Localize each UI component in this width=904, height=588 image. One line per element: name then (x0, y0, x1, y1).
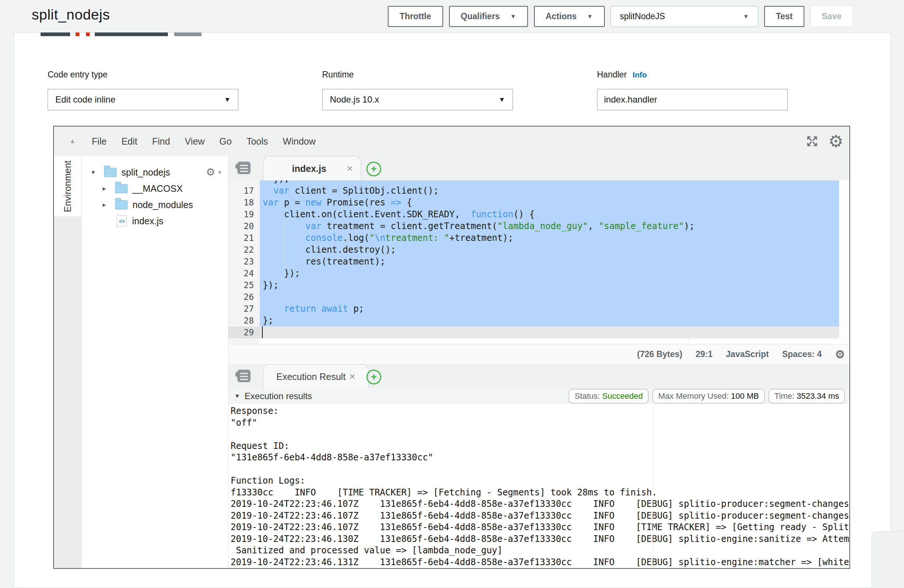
tab-list-icon[interactable] (237, 161, 251, 174)
caret-down-icon: ▼ (498, 96, 505, 104)
code-line-19[interactable]: 19 client.on(client.Event.SDK_READY, fun… (228, 209, 849, 220)
log-line: f13330cc INFO [TIME TRACKER] => [Fetchin… (231, 487, 849, 499)
code-rows: });17 var client = SplitObj.client();18v… (228, 180, 849, 338)
close-tab-icon[interactable]: × (349, 371, 355, 383)
tab-execution-result[interactable]: Execution Result × (263, 364, 368, 389)
header-button-actions[interactable]: Actions▼ (534, 6, 605, 27)
editor-menubar: ▲ FileEditFindViewGoToolsWindow (54, 126, 849, 156)
button-label: splitNodeJS (620, 11, 665, 21)
runtime-select[interactable]: Node.js 10.x ▼ (322, 89, 513, 110)
runtime-label: Runtime (322, 70, 354, 80)
code-line-28[interactable]: 28}; (228, 315, 849, 326)
line-number: 22 (228, 244, 260, 256)
handler-info-link[interactable]: Info (633, 70, 647, 79)
tree-settings-gear-icon[interactable]: ⚙▼ (206, 167, 222, 177)
new-tab-plus-icon[interactable]: + (367, 161, 381, 176)
statusbar-settings-gear-icon[interactable]: ⚙ (835, 349, 845, 360)
menu-file[interactable]: File (92, 136, 107, 147)
tab-label: Execution Result (277, 371, 346, 382)
button-label: Actions (546, 11, 577, 21)
menu-view[interactable]: View (185, 136, 205, 147)
handler-label: Handler (597, 70, 627, 80)
tree-item-node_modules[interactable]: ▸node_modules (82, 197, 228, 213)
log-line: Sanitized and processed value => [lambda… (231, 545, 849, 556)
cursor-position: 29:1 (695, 349, 713, 359)
editor-settings-gear-icon[interactable]: ⚙ (828, 133, 844, 150)
line-number: 27 (228, 303, 260, 315)
header-button-test[interactable]: Test (764, 6, 805, 27)
new-tab-plus-icon[interactable]: + (367, 370, 381, 384)
tree-item-split_nodejs[interactable]: ▾split_nodejs⚙▼ (82, 164, 228, 180)
disclosure-icon: ▸ (103, 201, 114, 209)
fullscreen-expand-icon[interactable] (805, 134, 820, 149)
header-button-qualifiers[interactable]: Qualifiers▼ (449, 6, 528, 27)
execution-log[interactable]: Response:"off" Request ID:"131e865f-6eb4… (228, 404, 849, 568)
handler-label-row: Handler Info (597, 70, 647, 80)
code-line-25[interactable]: 25}); (228, 279, 849, 291)
menubar-icons: ⚙ (805, 126, 844, 156)
editor-statusbar: (726 Bytes)29:1JavaScriptSpaces: 4 ⚙ (228, 344, 849, 364)
menu-window[interactable]: Window (283, 136, 316, 147)
status-badge: Status: Succeeded (569, 389, 649, 403)
code-line-24[interactable]: 24 }); (228, 267, 849, 279)
tab-list-icon[interactable] (237, 370, 251, 382)
line-number: 24 (228, 267, 260, 279)
menu-edit[interactable]: Edit (122, 136, 137, 147)
collapse-results-icon[interactable]: ▼ (234, 393, 240, 400)
print-margin-line (653, 404, 653, 568)
code-line-partial[interactable]: }); (228, 180, 849, 185)
language-mode[interactable]: JavaScript (726, 349, 768, 359)
menu-tools[interactable]: Tools (247, 136, 268, 147)
tab-label: index.js (272, 163, 347, 174)
tree-item-label: node_modules (133, 199, 193, 210)
code-entry-type-select[interactable]: Edit code inline ▼ (47, 89, 239, 110)
environment-tab[interactable]: Environment (54, 156, 82, 217)
header-button-splitnodejs[interactable]: splitNodeJS▼ (611, 6, 758, 27)
menu-go[interactable]: Go (220, 136, 232, 147)
code-entry-type-label: Code entry type (47, 70, 107, 80)
code-line-17[interactable]: 17 var client = SplitObj.client(); (228, 185, 849, 197)
line-number: 25 (228, 279, 260, 291)
button-label: Save (822, 11, 842, 21)
line-number: 29 (228, 326, 260, 338)
indent-guide-line (284, 220, 284, 267)
execution-badges: Status: SucceededMax Memory Used: 100 MB… (569, 389, 845, 403)
execution-results-title: Execution results (245, 391, 312, 401)
code-editor-area[interactable]: });17 var client = SplitObj.client();18v… (228, 180, 849, 344)
disclosure-icon: ▸ (103, 185, 114, 193)
header-button-throttle[interactable]: Throttle (388, 6, 443, 27)
code-line-27[interactable]: 27 return await p; (228, 303, 849, 315)
spaces-setting[interactable]: Spaces: 4 (782, 349, 822, 359)
log-line (231, 428, 849, 441)
code-line-22[interactable]: 22 client.destroy(); (228, 244, 849, 256)
line-number: 17 (228, 185, 260, 197)
menu-find[interactable]: Find (152, 136, 170, 147)
close-tab-icon[interactable]: × (347, 163, 353, 174)
execution-results-header: ▼ Execution results Status: SucceededMax… (228, 389, 849, 404)
code-line-29[interactable]: 29 (228, 326, 849, 338)
line-number: 28 (228, 315, 260, 326)
code-line-21[interactable]: 21 console.log("\ntreatment: "+treatment… (228, 232, 849, 244)
tab-index-js[interactable]: index.js × (263, 156, 361, 181)
handler-input[interactable] (597, 89, 788, 110)
line-number: 21 (228, 232, 260, 244)
log-line: 2019-10-24T22:23:46.131Z 131e865f-6eb4-4… (231, 556, 849, 569)
header-button-save[interactable]: Save (810, 6, 853, 27)
code-line-23[interactable]: 23 res(treatment); (228, 256, 849, 267)
log-line: "off" (231, 417, 849, 429)
runtime-value: Node.js 10.x (330, 95, 379, 105)
disclosure-icon: ▾ (92, 168, 103, 176)
code-line-18[interactable]: 18var p = new Promise(res => { (228, 197, 849, 209)
line-number: 18 (228, 197, 260, 209)
caret-down-icon: ▼ (587, 13, 593, 20)
code-line-20[interactable]: 20 var treatment = client.getTreatment("… (228, 220, 849, 232)
collapse-menubar-icon[interactable]: ▲ (70, 138, 76, 145)
log-line: 2019-10-24T22:23:46.107Z 131e865f-6eb4-4… (231, 510, 849, 522)
tree-item-index.js[interactable]: <>index.js (82, 213, 228, 229)
log-line: "131e865f-6eb4-4dd8-858e-a37ef13330cc" (231, 452, 849, 464)
code-editor-window: ▲ FileEditFindViewGoToolsWindow ⚙ Enviro… (53, 126, 850, 569)
code-line-26[interactable]: 26 (228, 291, 849, 303)
tree-item-__MACOSX[interactable]: ▸__MACOSX (82, 180, 228, 197)
caret-down-icon: ▼ (743, 13, 749, 20)
log-line: 2019-10-24T22:23:46.107Z 131e865f-6eb4-4… (231, 498, 849, 510)
